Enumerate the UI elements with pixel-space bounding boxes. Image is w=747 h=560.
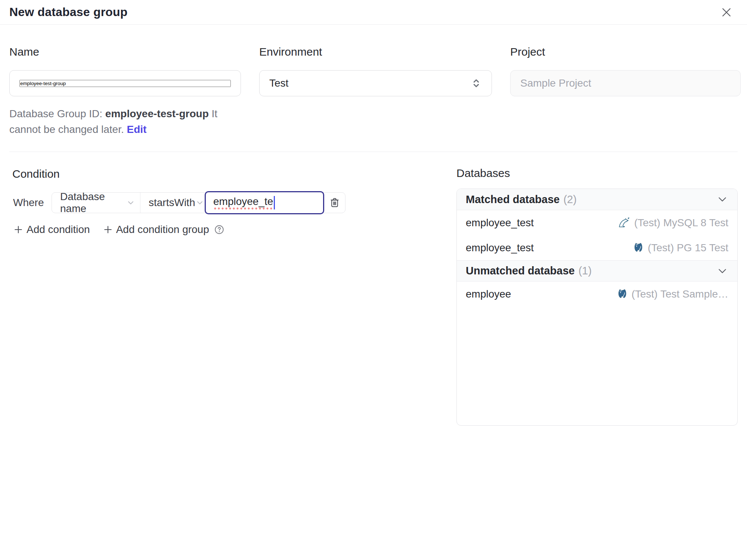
postgresql-icon <box>616 288 628 300</box>
add-condition-button[interactable]: Add condition <box>13 224 90 236</box>
environment-label: Environment <box>259 46 492 58</box>
add-condition-label: Add condition <box>27 224 90 236</box>
name-label: Name <box>9 46 241 58</box>
instance-label: (Test) Test Sample… <box>632 288 728 300</box>
name-input[interactable] <box>19 80 231 87</box>
condition-heading: Condition <box>12 168 456 180</box>
group-id-note-prefix: Database Group ID: <box>9 108 105 119</box>
close-icon <box>720 6 733 19</box>
condition-factor-select[interactable]: Database name <box>52 193 140 213</box>
project-select[interactable]: Sample Project <box>510 70 741 96</box>
condition-operator-value: startsWith <box>149 197 195 209</box>
chevron-down-icon <box>195 198 205 208</box>
plus-icon <box>13 224 24 235</box>
project-label: Project <box>510 46 741 58</box>
chevron-down-icon[interactable] <box>716 193 728 205</box>
chevron-down-icon[interactable] <box>716 265 728 277</box>
matched-database-header[interactable]: Matched database (2) <box>457 189 737 210</box>
unmatched-database-header[interactable]: Unmatched database (1) <box>457 260 737 281</box>
name-field-group: Name Database Group ID: employee-test-gr… <box>9 46 241 137</box>
page-title: New database group <box>9 5 128 19</box>
chevron-down-icon <box>126 198 136 208</box>
help-button[interactable] <box>214 224 225 235</box>
instance-info: (Test) Test Sample… <box>616 288 728 300</box>
help-icon <box>214 224 225 235</box>
chevron-up-down-icon <box>471 78 482 89</box>
condition-factor-value: Database name <box>60 191 126 215</box>
databases-panel: Matched database (2) employee_test <box>456 189 738 426</box>
unmatched-database-count: (1) <box>579 265 592 277</box>
database-name: employee_test <box>466 217 534 229</box>
matched-database-count: (2) <box>563 193 576 206</box>
project-field-group: Project Sample Project <box>510 46 741 137</box>
add-condition-group-label: Add condition group <box>116 224 209 236</box>
databases-heading: Databases <box>456 167 738 180</box>
environment-select[interactable]: Test <box>259 70 492 96</box>
condition-value-input[interactable]: employee_te <box>205 191 324 214</box>
unmatched-database-title: Unmatched database <box>466 265 575 277</box>
matched-database-row: employee_test (Test) PG 15 Test <box>457 235 737 260</box>
instance-info: (Test) PG 15 Test <box>632 242 728 254</box>
text-cursor <box>274 196 275 209</box>
dialog-body: Name Database Group ID: employee-test-gr… <box>0 46 747 426</box>
matched-database-title: Matched database <box>466 193 560 206</box>
condition-operator-select[interactable]: startsWith <box>140 193 205 213</box>
dialog-header: New database group <box>0 0 747 25</box>
condition-section: Condition Where Database name startsWith <box>9 152 456 236</box>
instance-label: (Test) MySQL 8 Test <box>634 217 728 229</box>
delete-condition-button[interactable] <box>324 193 345 213</box>
condition-row: Where Database name startsWith <box>9 192 456 213</box>
instance-label: (Test) PG 15 Test <box>648 242 728 254</box>
environment-field-group: Environment Test <box>259 46 492 137</box>
condition-expression-group: Database name startsWith <box>52 192 345 213</box>
group-id-note: Database Group ID: employee-test-group I… <box>9 106 251 137</box>
project-selected-value: Sample Project <box>520 77 591 89</box>
group-id-value: employee-test-group <box>105 108 209 119</box>
edit-id-link[interactable]: Edit <box>127 124 146 135</box>
databases-section: Databases Matched database (2) employee_… <box>456 152 738 426</box>
database-name: employee_test <box>466 242 534 254</box>
plus-icon <box>103 224 113 235</box>
postgresql-icon <box>632 242 644 254</box>
condition-actions: Add condition Add condition group <box>13 224 456 236</box>
group-form: Name Database Group ID: employee-test-gr… <box>9 46 738 137</box>
where-label: Where <box>13 197 52 209</box>
mysql-icon <box>618 217 630 229</box>
database-name: employee <box>466 288 511 300</box>
trash-icon <box>329 197 341 209</box>
name-input-wrapper <box>9 70 241 96</box>
close-button[interactable] <box>718 4 735 21</box>
unmatched-database-row: employee (Test) Test Sample… <box>457 281 737 307</box>
environment-selected-value: Test <box>269 77 288 89</box>
instance-info: (Test) MySQL 8 Test <box>618 217 728 229</box>
matched-database-row: employee_test (Test) MySQL 8 Test <box>457 210 737 235</box>
condition-value-text: employee_te <box>213 196 273 210</box>
add-condition-group-button[interactable]: Add condition group <box>103 224 209 236</box>
